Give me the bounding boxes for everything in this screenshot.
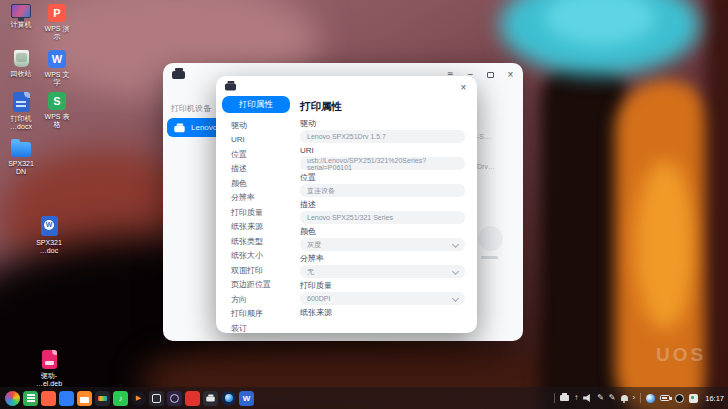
field-label-uri: URI (300, 147, 466, 155)
location-field[interactable]: 直连设备 (300, 184, 465, 197)
tray-printer-icon[interactable] (560, 395, 569, 401)
desktop-icon-computer[interactable]: 计算机 (2, 4, 40, 29)
field-value: 无 (307, 267, 314, 277)
field-label-paper-source: 纸张来源 (300, 309, 466, 317)
tray-expand-icon[interactable]: › (633, 394, 636, 402)
uri-field[interactable]: usb://Lenovo/SPX251/321%20Series?serial=… (300, 157, 465, 170)
printer-icon (174, 125, 184, 131)
color-select[interactable]: 灰度 (300, 238, 465, 251)
sidebar-item-margin-position[interactable]: 页边距位置 (222, 278, 296, 293)
launcher-icon[interactable] (5, 391, 20, 406)
deb-package-icon (42, 350, 57, 369)
maximize-button[interactable] (483, 67, 498, 82)
icon-label: …doc (36, 247, 62, 255)
sidebar-item-print-quality[interactable]: 打印质量 (222, 205, 296, 220)
terminal-icon[interactable] (23, 391, 38, 406)
desktop-icon-spx321-doc[interactable]: SPX321…doc (30, 216, 68, 255)
dialog-sidebar: 打印属性 驱动 URI 位置 描述 颜色 分辨率 打印质量 纸张来源 纸张类型 … (222, 96, 296, 333)
icon-label: SPX321 (36, 239, 62, 247)
file-manager-icon[interactable] (59, 391, 74, 406)
chevron-down-icon (452, 294, 459, 301)
sidebar-item-paper-source[interactable]: 纸张来源 (222, 220, 296, 235)
music-icon[interactable]: ♪ (113, 391, 128, 406)
field-label-location: 位置 (300, 174, 466, 182)
sidebar-item-paper-size[interactable]: 纸张大小 (222, 249, 296, 264)
field-value: 直连设备 (307, 186, 335, 196)
movies-icon[interactable]: ▶ (131, 391, 146, 406)
icon-label: WPS 演 (45, 25, 70, 33)
field-value: Lenovo SPX251/321 Series (307, 214, 393, 221)
desktop-icon-wps-presentation[interactable]: P WPS 演示 (38, 4, 76, 41)
print-manager-icon[interactable] (203, 391, 218, 406)
sidebar-item-paper-type[interactable]: 纸张类型 (222, 234, 296, 249)
wallpaper-shape (635, 160, 695, 330)
tray-network-icon[interactable] (646, 394, 655, 403)
tray-separator (640, 393, 641, 403)
desktop-icon-wps-spreadsheet[interactable]: S WPS 表格 (38, 92, 76, 129)
sidebar-item-location[interactable]: 位置 (222, 147, 296, 162)
field-value: 灰度 (307, 240, 321, 250)
close-button[interactable]: × (503, 67, 518, 82)
sidebar-item-orientation[interactable]: 方向 (222, 292, 296, 307)
tray-eject-icon[interactable]: ↑ (574, 394, 578, 402)
device-info-fragment: -S… (477, 133, 491, 140)
desktop-icon-recycle-bin[interactable]: 回收站 (2, 50, 40, 78)
field-label-color: 颜色 (300, 228, 466, 236)
sidebar-item-print-order[interactable]: 打印顺序 (222, 307, 296, 322)
wallpaper-shape (706, 0, 728, 409)
print-quality-select[interactable]: 600DPI (300, 292, 465, 305)
document-icon (13, 92, 30, 112)
dialog-close-button[interactable]: × (456, 80, 471, 95)
sidebar-item-duplex[interactable]: 双面打印 (222, 263, 296, 278)
desktop-icon-printer-docx[interactable]: 打印机…docx (2, 92, 40, 131)
taskbar-clock[interactable]: 16:17 (705, 394, 724, 403)
field-value: usb://Lenovo/SPX251/321%20Series?serial=… (307, 157, 458, 171)
tray-record-icon[interactable] (675, 394, 684, 403)
sidebar-item-uri[interactable]: URI (222, 133, 296, 148)
sidebar-item-driver[interactable]: 驱动 (222, 118, 296, 133)
sidebar-item-binding[interactable]: 装订 (222, 321, 296, 333)
sidebar-item-print-properties[interactable]: 打印属性 (222, 96, 290, 113)
app-store-icon[interactable] (41, 391, 56, 406)
sidebar-item-resolution[interactable]: 分辨率 (222, 191, 296, 206)
printer-icon (172, 71, 185, 79)
tray-keyboard-icon[interactable] (689, 394, 698, 403)
resolution-select[interactable]: 无 (300, 265, 465, 278)
field-value: Lenovo SPX251Drv 1.5.7 (307, 133, 386, 140)
control-center-icon[interactable] (167, 391, 182, 406)
uos-watermark: UOS (656, 344, 706, 366)
sidebar-item-color[interactable]: 颜色 (222, 176, 296, 191)
icon-label: WPS 文 (45, 71, 70, 79)
desktop: UOS 计算机 P WPS 演示 回收站 W WPS 文字 打印机…docx S… (0, 0, 728, 409)
desktop-icon-spx321dn-folder[interactable]: SPX321DN (2, 138, 40, 176)
desktop-icon-driver-deb[interactable]: 驱动-…el.deb (30, 350, 68, 388)
wps-icon[interactable]: W (239, 391, 254, 406)
video-icon[interactable] (185, 391, 200, 406)
driver-field[interactable]: Lenovo SPX251Drv 1.5.7 (300, 130, 465, 143)
tray-pen-icon[interactable]: ✎ (597, 394, 604, 402)
system-tray: ↑ ✎ ✎ › 16:17 (554, 393, 724, 403)
wps-presentation-icon: P (48, 4, 66, 22)
chevron-down-icon (452, 240, 459, 247)
wps-document-icon (41, 216, 58, 236)
tray-notification-icon[interactable] (621, 395, 628, 401)
field-value: 600DPI (307, 295, 330, 302)
tray-pen-icon[interactable]: ✎ (609, 394, 616, 402)
dialog-content: 打印属性 驱动 Lenovo SPX251Drv 1.5.7 URI usb:/… (300, 96, 466, 319)
dialog-title: 打印属性 (300, 100, 466, 114)
browser-icon[interactable] (221, 391, 236, 406)
computer-icon (11, 4, 31, 18)
sidebar-item-description[interactable]: 描述 (222, 162, 296, 177)
tray-battery-icon[interactable] (660, 395, 670, 401)
desktop-icon-wps-writer[interactable]: W WPS 文字 (38, 50, 76, 87)
printer-illustration-caption (481, 256, 498, 259)
photo-viewer-icon[interactable] (95, 391, 110, 406)
tray-volume-icon[interactable] (583, 394, 592, 402)
printer-icon (225, 84, 236, 91)
icon-label: 驱动- (36, 372, 62, 380)
screen-recorder-icon[interactable] (149, 391, 164, 406)
icon-label: 示 (45, 33, 70, 41)
description-field[interactable]: Lenovo SPX251/321 Series (300, 211, 465, 224)
calendar-icon[interactable] (77, 391, 92, 406)
trash-icon (14, 50, 29, 67)
